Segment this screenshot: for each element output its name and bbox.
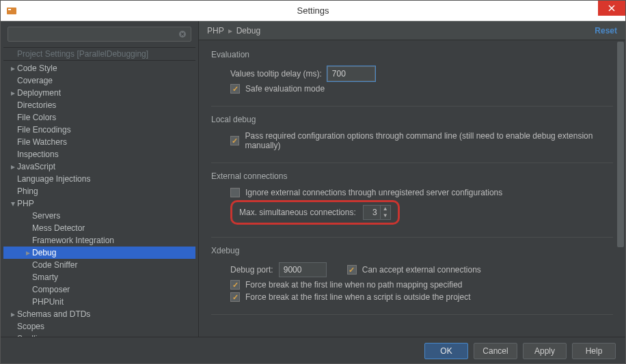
tooltip-delay-input[interactable] [327,66,375,81]
safe-evaluation-label: Safe evaluation mode [245,84,325,94]
apply-button[interactable]: Apply [523,343,567,359]
button-bar: OK Cancel Apply Help [1,337,625,364]
section-xdebug: Xdebug Debug port: Can accept external c… [211,246,613,315]
tree-item-file-encodings[interactable]: ▸File Encodings [3,124,195,136]
tree-item-label: Code Style [17,63,57,74]
chevron-right-icon: ▸ [9,63,17,74]
chevron-right-icon: ▸ [9,161,17,172]
scrollbar-thumb[interactable] [617,42,624,247]
spinner-up-icon[interactable]: ▲ [381,206,390,212]
breadcrumb-leaf: Debug [236,26,260,36]
close-icon [608,5,615,12]
content-panel: PHP ▸ Debug Reset Evaluation Values tool… [199,21,625,337]
sidebar: Project Settings [ParallelDebugging] ▸Co… [1,21,199,337]
section-title: External connections [211,171,613,181]
tree-item-file-colors[interactable]: ▸File Colors [3,111,195,124]
settings-tree: Project Settings [ParallelDebugging] ▸Co… [1,46,198,337]
can-accept-checkbox[interactable] [347,265,357,275]
scrollbar[interactable] [617,42,624,335]
reset-link[interactable]: Reset [595,26,617,36]
tree-item-directories[interactable]: ▸Directories [3,99,195,111]
tree-item-label: Directories [17,100,56,111]
section-local-debug: Local debug Pass required configuration … [211,115,613,163]
tree-item-label: Code Sniffer [32,260,78,270]
ok-button[interactable]: OK [424,343,468,359]
tree-item-language-injections[interactable]: ▸Language Injections [3,173,195,185]
tree-item-composer[interactable]: ▸Composer [3,283,195,296]
tree-item-phpunit[interactable]: ▸PHPUnit [3,296,195,308]
help-button[interactable]: Help [572,343,616,359]
tree-item-mess-detector[interactable]: ▸Mess Detector [3,222,195,234]
search-input[interactable] [8,27,191,42]
section-title: Xdebug [211,246,613,255]
tree-item-label: Spelling [17,333,46,337]
close-button[interactable] [598,1,625,16]
section-title: Local debug [211,115,613,124]
highlighted-setting: Max. simultaneous connections: ▲ ▼ [230,200,400,225]
tree-item-label: Phing [17,186,38,197]
cancel-button[interactable]: Cancel [474,343,517,359]
max-connections-label: Max. simultaneous connections: [239,208,356,217]
content-header: PHP ▸ Debug Reset [199,21,625,40]
tree-item-label: Mess Detector [32,223,85,234]
tree-item-label: Inspections [17,149,59,160]
tree-item-label: File Watchers [17,137,67,148]
tooltip-delay-label: Values tooltip delay (ms): [230,69,322,79]
can-accept-label: Can accept external connections [362,265,481,275]
chevron-right-icon: ▸ [24,247,32,258]
debug-port-input[interactable] [279,262,327,277]
titlebar: Settings [1,1,625,21]
tree-item-schemas-and-dtds[interactable]: ▸Schemas and DTDs [3,308,195,320]
pass-required-checkbox[interactable] [230,136,239,145]
chevron-down-icon: ▾ [9,198,17,209]
tree-item-scopes[interactable]: ▸Scopes [3,320,195,333]
clear-icon[interactable] [177,29,188,40]
tree-item-label: Smarty [32,272,58,283]
section-evaluation: Evaluation Values tooltip delay (ms): Sa… [211,50,613,107]
tree-item-spelling[interactable]: ▸Spelling [3,333,195,337]
tree-item-code-style[interactable]: ▸Code Style [3,62,195,74]
max-connections-input[interactable] [364,208,380,217]
section-title: Evaluation [211,50,613,59]
tree-item-phing[interactable]: ▸Phing [3,185,195,197]
tree-item-label: Coverage [17,75,53,86]
tree-item-label: Debug [32,247,56,258]
tree-item-label: Schemas and DTDs [17,309,90,320]
tree-item-file-watchers[interactable]: ▸File Watchers [3,136,195,148]
chevron-right-icon: ▸ [9,87,17,98]
section-external-connections: External connections Ignore external con… [211,171,613,238]
tree-item-javascript[interactable]: ▸JavaScript [3,160,195,173]
tree-item-label: Servers [32,210,60,221]
tree-item-deployment[interactable]: ▸Deployment [3,87,195,99]
breadcrumb-root: PHP [207,26,224,36]
safe-evaluation-checkbox[interactable] [230,84,240,94]
tree-item-label: File Encodings [17,124,71,135]
ignore-external-checkbox[interactable] [230,188,240,197]
window-title: Settings [297,5,329,16]
breadcrumb: PHP ▸ Debug [207,26,260,36]
tree-item-smarty[interactable]: ▸Smarty [3,271,195,283]
tree-item-label: Framework Integration [32,235,114,246]
tree-item-label: Scopes [17,321,44,332]
tree-item-inspections[interactable]: ▸Inspections [3,148,195,160]
tree-item-debug[interactable]: ▸Debug [3,247,195,259]
tree-section-header: Project Settings [ParallelDebugging] [3,47,195,61]
tree-item-label: Deployment [17,87,61,98]
tree-item-label: File Colors [17,112,56,123]
tree-item-php[interactable]: ▾PHP [3,197,195,210]
tree-item-label: PHP [17,198,34,209]
max-connections-spinner[interactable]: ▲ ▼ [363,205,391,220]
svg-rect-1 [8,9,11,10]
spinner-down-icon[interactable]: ▼ [381,212,390,219]
tree-item-servers[interactable]: ▸Servers [3,210,195,222]
tree-item-coverage[interactable]: ▸Coverage [3,74,195,87]
force-break-outside-label: Force break at the first line when a scr… [245,292,471,302]
force-break-outside-checkbox[interactable] [230,292,240,302]
chevron-right-icon: ▸ [9,309,17,320]
force-break-nopath-checkbox[interactable] [230,280,240,290]
tree-item-framework-integration[interactable]: ▸Framework Integration [3,234,195,247]
pass-required-label: Pass required configuration options thro… [245,131,613,150]
tree-item-code-sniffer[interactable]: ▸Code Sniffer [3,259,195,271]
tree-item-label: JavaScript [17,161,55,172]
tree-item-label: PHPUnit [32,296,64,307]
